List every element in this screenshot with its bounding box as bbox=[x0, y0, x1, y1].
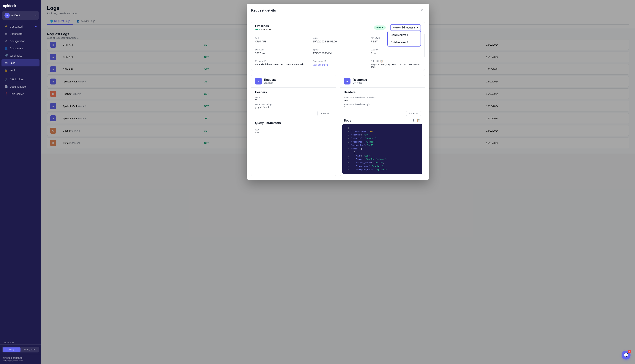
sidebar-item-label: Logs bbox=[10, 62, 15, 64]
endpoint-path: /crm/leads bbox=[261, 28, 272, 31]
configuration-icon: ⚙ bbox=[5, 40, 8, 43]
meta-date: Date 15/10/2024 19:58:00 bbox=[309, 34, 367, 46]
meta-full-url: Full URL 📋 https://unify.apideck.com/crm… bbox=[367, 57, 425, 71]
response-panel: a Response List leads Headers access-con… bbox=[340, 74, 425, 176]
sidebar-item-documentation[interactable]: 📄 Documentation bbox=[2, 83, 40, 90]
sidebar-item-consumers[interactable]: 👤 Consumers bbox=[2, 45, 40, 52]
header-key: access-control-allow-credentials bbox=[344, 96, 421, 99]
consumer-id-label: Consumer ID bbox=[313, 60, 363, 62]
http-method: GET bbox=[255, 28, 260, 31]
show-all-headers-container: Show all bbox=[251, 111, 332, 116]
modal-title: Request details bbox=[251, 8, 276, 12]
copy-icon[interactable]: 📋 bbox=[380, 60, 383, 62]
sidebar-item-get-started[interactable]: ⚡ Get started bbox=[2, 23, 40, 30]
json-line: 9 "id": "551", bbox=[345, 154, 419, 158]
json-line: 8 { bbox=[345, 151, 419, 154]
meta-request-id: Request ID c0c99fcd-ba1d-4e23-847d-9afac… bbox=[251, 57, 309, 71]
sidebar-item-webhooks[interactable]: 🔗 Webhooks bbox=[2, 52, 40, 59]
consumers-icon: 👤 bbox=[5, 47, 8, 50]
meta-api: API CRM API bbox=[251, 34, 309, 46]
sidebar-item-label: Dashboard bbox=[10, 32, 23, 35]
epoch-value: 1729015080484 bbox=[313, 52, 363, 55]
request-id-label: Request ID bbox=[255, 60, 305, 62]
sidebar-item-vault[interactable]: 🔒 Vault bbox=[2, 66, 40, 74]
response-panel-icon: a bbox=[344, 78, 350, 84]
workspace-avatar: A bbox=[5, 13, 10, 18]
download-button[interactable]: ⬇ bbox=[412, 118, 415, 123]
request-card-header: List leads GET /crm/leads 200 OK View ch… bbox=[251, 21, 425, 34]
child-request-2[interactable]: Child request 2 bbox=[388, 39, 420, 46]
dashboard-icon: ▦ bbox=[5, 32, 8, 36]
modal-header: Request details ✕ bbox=[247, 4, 429, 17]
date-value: 15/10/2024 19:58:00 bbox=[313, 40, 363, 43]
sidebar-item-logs[interactable]: Logs bbox=[2, 59, 40, 66]
copy-body-button[interactable]: 📋 bbox=[416, 118, 421, 123]
consumer-id-value[interactable]: test-consumer bbox=[313, 63, 363, 66]
chat-bubble[interactable]: 💬 6 bbox=[621, 350, 630, 360]
request-panel-title: Request bbox=[264, 78, 276, 82]
documentation-icon: 📄 bbox=[5, 85, 8, 88]
chevron-down-icon: ▾ bbox=[417, 26, 418, 29]
json-line: 6 "operation": "all", bbox=[345, 144, 419, 147]
sidebar-item-help-center[interactable]: ❓ Help Center bbox=[2, 90, 40, 98]
sidebar-item-label: Configuration bbox=[10, 40, 25, 42]
chat-badge: 6 bbox=[628, 350, 631, 353]
products-tabs: Unify Ecosystem bbox=[2, 347, 39, 352]
api-label: API bbox=[255, 37, 305, 39]
view-child-requests-button[interactable]: View child requests ▾ bbox=[390, 24, 421, 31]
close-button[interactable]: ✕ bbox=[419, 8, 425, 14]
modal-overlay[interactable]: Request details ✕ List leads GET /crm/le… bbox=[41, 0, 635, 364]
sidebar-item-label: Vault bbox=[10, 69, 16, 72]
query-param-key: raw bbox=[251, 128, 336, 131]
sidebar-item-label: Consumers bbox=[10, 47, 23, 50]
response-headers-title: Headers bbox=[340, 88, 425, 96]
epoch-label: Epoch bbox=[313, 48, 363, 51]
header-key: access-control-allow-origin bbox=[344, 103, 421, 106]
svg-rect-0 bbox=[5, 62, 7, 64]
latency-value: 3 ms bbox=[371, 52, 421, 55]
workspace-switcher[interactable]: A AI Deck ▾ bbox=[2, 11, 39, 20]
header-item: access-control-allow-credentials true bbox=[340, 96, 425, 102]
sidebar-item-dashboard[interactable]: ▦ Dashboard bbox=[2, 30, 40, 38]
show-all-response-headers-button[interactable]: Show all bbox=[406, 111, 421, 116]
json-line: 5 "resource": "leads", bbox=[345, 140, 419, 144]
chevron-down-icon: ▾ bbox=[35, 14, 37, 17]
help-center-icon: ❓ bbox=[5, 92, 8, 96]
query-params-title: Query Parameters bbox=[251, 118, 336, 126]
sidebar-nav: ⚡ Get started ▦ Dashboard ⚙ Configuratio… bbox=[0, 22, 41, 340]
request-name: List leads bbox=[255, 24, 272, 28]
sidebar: apideck A AI Deck ▾ ⚡ Get started ▦ Dash… bbox=[0, 0, 41, 364]
json-line: 4 "service": "hubspot", bbox=[345, 137, 419, 140]
query-param-value: true bbox=[251, 131, 336, 136]
request-panel-icon: a bbox=[255, 78, 262, 84]
child-requests-label: View child requests bbox=[393, 26, 415, 29]
request-headers-title: Headers bbox=[251, 88, 336, 96]
sidebar-item-api-explorer[interactable]: 🔭 API Explorer bbox=[2, 76, 40, 83]
json-body: 1 { 2 "status_code": 200, 3 "status": "O… bbox=[342, 124, 422, 174]
tab-ecosystem[interactable]: Ecosystem bbox=[21, 348, 38, 352]
child-request-1[interactable]: Child request 1 bbox=[388, 31, 420, 39]
request-panel-subtitle: List leads bbox=[264, 82, 276, 84]
date-label: Date bbox=[313, 37, 363, 39]
request-panel: a Request List leads Headers accept */* … bbox=[251, 74, 336, 176]
sidebar-item-configuration[interactable]: ⚙ Configuration bbox=[2, 38, 40, 45]
user-email: gertjan@apideck.com bbox=[3, 360, 38, 362]
body-actions: ⬇ 📋 bbox=[412, 118, 421, 123]
panels-row: a Request List leads Headers accept */* … bbox=[251, 74, 425, 176]
duration-value: 1002 ms bbox=[255, 52, 305, 55]
tab-unify[interactable]: Unify bbox=[3, 348, 21, 352]
query-params: raw true bbox=[251, 126, 336, 137]
request-path: GET /crm/leads bbox=[255, 28, 272, 31]
full-url-label: Full URL 📋 bbox=[371, 60, 421, 62]
meta-duration: Duration 1002 ms bbox=[251, 46, 309, 57]
products-section-label: PRODUCTS bbox=[0, 340, 41, 344]
show-all-headers-button[interactable]: Show all bbox=[317, 111, 332, 116]
request-card: List leads GET /crm/leads 200 OK View ch… bbox=[251, 21, 425, 71]
get-started-icon: ⚡ bbox=[5, 25, 8, 28]
workspace-name: AI Deck bbox=[11, 14, 34, 17]
main-content: Logs Audit, log, search, and repo... 🌐 R… bbox=[41, 0, 635, 364]
show-all-response-headers-container: Show all bbox=[340, 111, 421, 116]
json-line: 3 "status": "OK", bbox=[345, 133, 419, 137]
header-item: accept */* bbox=[251, 96, 336, 102]
meta-latency: Latency 3 ms bbox=[367, 46, 425, 57]
